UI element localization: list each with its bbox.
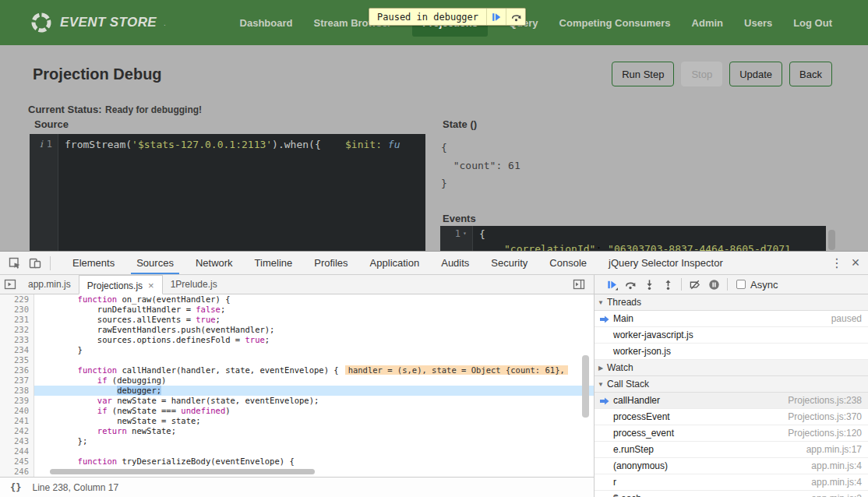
line-number[interactable]: 231 xyxy=(0,315,34,325)
call-stack-frame-process-event[interactable]: process_eventProjections.js:120 xyxy=(595,425,868,442)
code-token: }; xyxy=(38,436,87,446)
run-step-button[interactable]: Run Step xyxy=(612,62,674,86)
line-number[interactable]: 246 xyxy=(0,467,34,477)
code-line-235: 235 xyxy=(0,355,594,365)
devtools-menu-button[interactable]: ⋮ xyxy=(827,256,846,270)
update-button[interactable]: Update xyxy=(729,62,782,86)
back-button[interactable]: Back xyxy=(789,62,832,86)
devtools-toolbar-right: ⋮ × xyxy=(827,255,865,271)
fold-arrow-icon[interactable]: ▾ xyxy=(463,230,467,237)
call-stack-frame-e-runstep[interactable]: e.runStepapp.min.js:17 xyxy=(595,442,868,458)
source-editor[interactable]: i 1 fromStream('$stats-127.0.0.1:2113').… xyxy=(30,134,425,251)
paused-in-debugger-banner: Paused in debugger xyxy=(369,8,526,26)
device-toolbar-icon xyxy=(29,257,41,270)
code-line-content: function on_raw(eventHandler) { xyxy=(34,294,594,305)
devtools-tab-application[interactable]: Application xyxy=(365,252,425,274)
line-number[interactable]: 241 xyxy=(0,416,34,426)
page-action-buttons: Run StepStopUpdateBack xyxy=(612,62,832,86)
deactivate-breakpoints-button[interactable] xyxy=(686,276,704,293)
source-code-line: fromStream('$stats-127.0.0.1:2113').when… xyxy=(65,139,400,150)
pretty-print-button[interactable]: {} xyxy=(10,482,21,493)
line-number[interactable]: 232 xyxy=(0,325,34,335)
call-stack-frame--each[interactable]: $.eachapp.min.js:2 xyxy=(595,491,868,497)
code-line-231: 231 sources.allEvents = true; xyxy=(0,315,594,325)
events-line-number: 1 xyxy=(440,228,460,239)
call-stack-frame-r[interactable]: rapp.min.js:4 xyxy=(595,474,868,491)
nav-item-users[interactable]: Users xyxy=(744,17,772,29)
line-number[interactable]: 233 xyxy=(0,335,34,345)
devtools-tab-console[interactable]: Console xyxy=(544,252,592,274)
devtools-tab-elements[interactable]: Elements xyxy=(67,252,120,274)
line-number[interactable]: 244 xyxy=(0,446,34,456)
triangle-expanded-icon: ▼ xyxy=(595,299,607,306)
line-number[interactable]: 245 xyxy=(0,456,34,467)
thread-name: Main xyxy=(613,313,633,324)
close-tab-icon[interactable]: × xyxy=(148,280,154,291)
drawer-toggle-button[interactable] xyxy=(569,273,589,295)
line-number[interactable]: 236 xyxy=(0,365,34,375)
call-stack-frame-callhandler[interactable]: callHandlerProjections.js:238 xyxy=(595,393,868,409)
devtools-tab-timeline[interactable]: Timeline xyxy=(249,252,298,274)
inspect-element-button[interactable] xyxy=(5,252,25,274)
banner-resume-button[interactable] xyxy=(486,9,506,25)
devtools-tab-security[interactable]: Security xyxy=(485,252,533,274)
code-editor[interactable]: 229 function on_raw(eventHandler) {230 r… xyxy=(0,294,594,477)
file-tab-label: app.min.js xyxy=(28,279,71,290)
events-code-line1: { xyxy=(479,228,485,240)
devtools-tab-profiles[interactable]: Profiles xyxy=(309,252,353,274)
banner-step-over-button[interactable] xyxy=(506,9,525,25)
code-rows: 229 function on_raw(eventHandler) {230 r… xyxy=(0,294,594,477)
devtools-tab-audits[interactable]: Audits xyxy=(436,252,475,274)
code-token: ; xyxy=(265,335,270,344)
async-checkbox[interactable] xyxy=(736,280,746,289)
step-into-button[interactable] xyxy=(640,276,658,293)
call-stack-section-header[interactable]: ▼Call Stack xyxy=(595,376,868,393)
devtools-tab-sources[interactable]: Sources xyxy=(131,252,179,274)
code-line-content: return newState; xyxy=(34,426,594,436)
thread-row-worker-json-js[interactable]: worker-json.js xyxy=(595,344,868,360)
eventstore-brand[interactable]: EVENT STORE . xyxy=(30,11,166,34)
code-token xyxy=(382,139,388,150)
line-number[interactable]: 237 xyxy=(0,375,34,386)
resume-script-button[interactable] xyxy=(602,276,621,293)
thread-name: worker-json.js xyxy=(613,346,671,357)
devtools-tab-jquery-selector-inspector[interactable]: jQuery Selector Inspector xyxy=(603,252,729,274)
current-status: Current Status: Ready for debugging! xyxy=(28,102,202,116)
watch-section-header[interactable]: ▶Watch xyxy=(595,360,868,376)
line-number[interactable]: 235 xyxy=(0,355,34,365)
nav-item-competing-consumers[interactable]: Competing Consumers xyxy=(559,17,671,29)
nav-item-dashboard[interactable]: Dashboard xyxy=(240,17,293,29)
step-over-button[interactable] xyxy=(621,276,640,293)
async-checkbox-wrap[interactable]: Async xyxy=(736,279,778,291)
nav-item-admin[interactable]: Admin xyxy=(692,17,723,29)
line-number[interactable]: 239 xyxy=(0,396,34,406)
file-tab-app-min-js[interactable]: app.min.js xyxy=(20,275,79,294)
device-toolbar-button[interactable] xyxy=(25,252,45,274)
devtools-tab-network[interactable]: Network xyxy=(190,252,238,274)
devtools-close-button[interactable]: × xyxy=(846,255,865,271)
call-stack-frame--anonymous-[interactable]: (anonymous)app.min.js:4 xyxy=(595,458,868,474)
step-out-button[interactable] xyxy=(658,276,677,293)
nav-item-log-out[interactable]: Log Out xyxy=(793,17,832,29)
file-tab-1prelude-js[interactable]: 1Prelude.js xyxy=(163,275,225,294)
code-horizontal-scrollbar[interactable] xyxy=(50,469,315,474)
navigator-toggle-button[interactable] xyxy=(0,273,20,295)
frame-function-name: (anonymous) xyxy=(613,460,668,471)
line-number[interactable]: 243 xyxy=(0,436,34,446)
line-number[interactable]: 230 xyxy=(0,305,34,315)
threads-section-header[interactable]: ▼Threads xyxy=(595,294,868,311)
pause-on-exceptions-button[interactable] xyxy=(704,276,723,293)
call-stack-frame-processevent[interactable]: processEventProjections.js:370 xyxy=(595,409,868,425)
thread-row-main[interactable]: Mainpaused xyxy=(595,311,868,327)
events-editor[interactable]: 1 ▾ { "correlationId": "06303703-8837-44… xyxy=(440,226,826,251)
line-number[interactable]: 229 xyxy=(0,294,34,305)
file-tab-projections-js[interactable]: Projections.js× xyxy=(79,275,163,294)
line-number[interactable]: 238 xyxy=(0,386,34,396)
line-number[interactable]: 234 xyxy=(0,345,34,355)
frame-location: app.min.js:4 xyxy=(811,477,862,488)
thread-row-worker-javascript-js[interactable]: worker-javascript.js xyxy=(595,327,868,344)
line-number[interactable]: 242 xyxy=(0,426,34,436)
code-vertical-scrollbar[interactable] xyxy=(582,355,589,418)
line-number[interactable]: 240 xyxy=(0,406,34,416)
events-scrollbar[interactable] xyxy=(828,230,835,250)
